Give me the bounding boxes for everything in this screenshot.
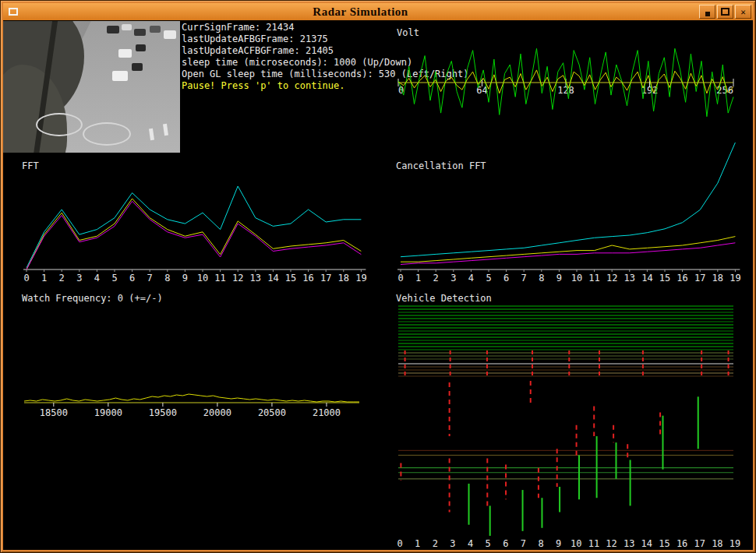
svg-text:17: 17 [694,273,705,284]
camera-car [134,29,146,36]
svg-text:10: 10 [571,273,582,284]
camera-road-circle [83,122,131,146]
svg-text:13: 13 [624,538,634,549]
svg-text:4: 4 [468,538,473,549]
svg-text:18: 18 [338,273,349,284]
window-controls: ✕ [699,5,751,19]
svg-text:3: 3 [76,273,82,284]
svg-text:11: 11 [588,273,599,284]
close-button[interactable]: ✕ [735,5,751,19]
maximize-button[interactable] [717,5,733,19]
svg-text:18: 18 [712,538,722,549]
title-bar[interactable]: Radar Simulation ✕ [3,3,753,20]
svg-text:19: 19 [355,273,366,284]
radar-simulation-window: Radar Simulation ✕ [0,0,756,553]
svg-text:12: 12 [606,538,616,549]
svg-text:11: 11 [214,273,225,284]
svg-text:1: 1 [41,273,47,284]
minimize-button[interactable] [699,5,715,19]
svg-text:5: 5 [486,538,491,549]
svg-text:13: 13 [624,273,635,284]
close-icon: ✕ [740,8,746,16]
fft-chart: 012345678910111213141516171819 [20,176,371,285]
svg-text:6: 6 [503,538,508,549]
svg-text:10: 10 [571,538,581,549]
svg-text:3: 3 [450,273,456,284]
camera-car [122,24,132,30]
vehicle-detection-chart: 012345678910111213141516171819 [394,301,741,550]
camera-car [136,44,146,51]
svg-text:18500: 18500 [40,407,68,418]
svg-text:5: 5 [111,273,117,284]
traffic-camera-image [3,21,180,153]
svg-text:6: 6 [129,273,135,284]
svg-text:2: 2 [433,538,438,549]
svg-text:10: 10 [197,273,208,284]
svg-text:17: 17 [694,538,705,549]
svg-text:2: 2 [59,273,65,284]
volt-label: Volt [397,27,419,38]
svg-text:5: 5 [486,273,491,284]
watch-frequency-label: Watch Frequency: 0 (+=/-) [22,293,163,304]
camera-car [150,26,161,33]
svg-text:0: 0 [397,538,402,549]
svg-text:11: 11 [588,538,599,549]
svg-text:9: 9 [556,273,562,284]
cancellation-fft-chart: 012345678910111213141516171819 [394,133,745,285]
volt-chart: 064128192256 [394,44,737,129]
svg-text:21000: 21000 [313,407,341,418]
curr-sign-frame: CurrSignFrame: 21434 [182,22,468,33]
camera-car [107,26,119,33]
svg-text:19: 19 [730,273,740,284]
svg-text:7: 7 [147,273,153,284]
svg-text:4: 4 [94,273,100,284]
camera-car [112,71,128,81]
fft-label: FFT [22,160,39,171]
maximize-icon [721,8,730,16]
svg-text:7: 7 [521,538,526,549]
svg-text:18: 18 [712,273,723,284]
svg-text:17: 17 [320,273,331,284]
svg-text:20500: 20500 [258,407,286,418]
svg-text:12: 12 [606,273,617,284]
svg-text:6: 6 [503,273,509,284]
svg-text:16: 16 [302,273,313,284]
svg-text:3: 3 [450,538,455,549]
svg-text:15: 15 [285,273,296,284]
svg-text:16: 16 [677,538,687,549]
svg-text:8: 8 [539,273,544,284]
svg-text:9: 9 [556,538,561,549]
minimize-icon [705,12,710,16]
svg-text:15: 15 [659,538,669,549]
camera-car [118,49,132,58]
svg-text:14: 14 [641,273,652,284]
svg-text:1: 1 [415,538,420,549]
svg-text:8: 8 [164,273,170,284]
svg-text:19000: 19000 [94,407,122,418]
svg-text:20000: 20000 [203,407,231,418]
svg-text:16: 16 [677,273,687,284]
svg-text:2: 2 [433,273,439,284]
watch-frequency-chart: 185001900019500200002050021000 [20,379,367,421]
window-menu-icon [9,8,18,16]
camera-car [164,30,176,39]
svg-text:1: 1 [415,273,421,284]
svg-text:0: 0 [23,273,29,284]
svg-text:13: 13 [250,273,261,284]
window-title: Radar Simulation [22,5,699,19]
svg-text:14: 14 [267,273,278,284]
svg-text:8: 8 [538,538,543,549]
camera-road-circle [36,113,83,136]
svg-text:19: 19 [730,538,740,549]
svg-text:19500: 19500 [149,407,177,418]
svg-text:9: 9 [182,273,188,284]
svg-text:0: 0 [397,273,403,284]
svg-text:14: 14 [641,538,652,549]
svg-text:128: 128 [557,85,574,96]
svg-text:7: 7 [521,273,527,284]
svg-text:15: 15 [659,273,670,284]
camera-car [132,63,143,71]
window-menu-button[interactable] [5,5,22,19]
svg-text:4: 4 [468,273,474,284]
main-canvas: CurrSignFrame: 21434 lastUpdateAFBGFrame… [3,20,753,550]
